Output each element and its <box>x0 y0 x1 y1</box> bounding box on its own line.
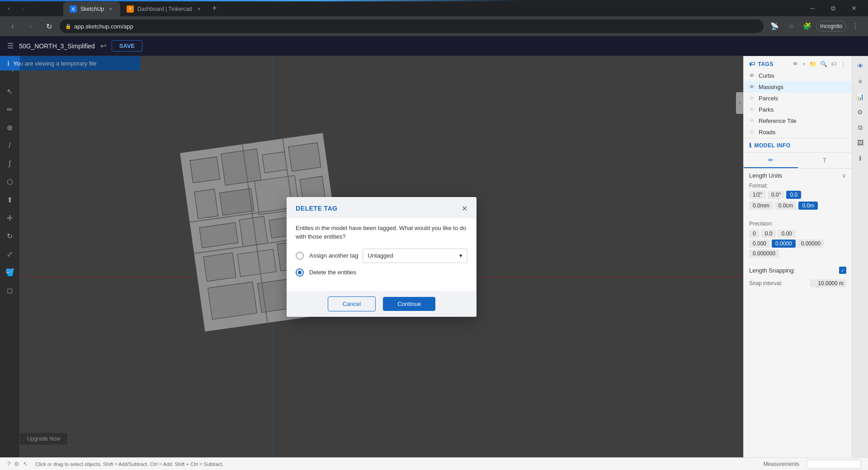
eraser-tool[interactable]: ◻ <box>2 282 18 298</box>
precision-001[interactable]: 0.00 <box>778 230 795 238</box>
format-values: 1/2" 0.0° 0.0 <box>749 191 846 199</box>
tab-tinkercad[interactable]: T Dashboard | Tinkercad ✕ <box>120 2 208 16</box>
pointer-icon[interactable]: ↖ <box>23 461 28 467</box>
delete-entities-row: Delete the entities <box>296 268 467 277</box>
tags-more-icon[interactable]: ⋮ <box>840 61 846 67</box>
line-tool[interactable]: / <box>2 137 18 154</box>
close-button[interactable]: ✕ <box>844 0 864 16</box>
far-right-image-icon[interactable]: 🖼 <box>854 136 867 149</box>
tag-dropdown[interactable]: Untagged ▾ <box>363 249 467 263</box>
precision-section: Precision: 0 0.0 0.00 0.000 0.0000 0.000… <box>744 217 852 263</box>
assign-tag-row: Assign another tag Untagged ▾ <box>296 249 467 263</box>
scale-tool[interactable]: ⤢ <box>2 246 18 262</box>
unit-m[interactable]: 0.0m <box>798 202 818 210</box>
arc-tool[interactable]: ∫ <box>2 155 18 172</box>
canvas-area[interactable]: DELETE TAG ✕ Entites in the model have b… <box>20 56 743 457</box>
dialog-close-button[interactable]: ✕ <box>462 204 467 213</box>
right-panel: 🏷 TAGS 👁 + 📁 🔍 🏷 ⋮ <box>743 56 852 457</box>
tags-search-icon[interactable]: 🔍 <box>820 61 827 67</box>
far-right-layers-icon[interactable]: ⧉ <box>854 121 867 134</box>
roads-visibility-icon[interactable]: 👁 <box>749 129 755 136</box>
snap-interval-input[interactable] <box>810 279 846 287</box>
dialog-header: DELETE TAG ✕ <box>287 197 476 218</box>
extensions-icon[interactable]: 🧩 <box>800 19 814 33</box>
parcels-visibility-icon[interactable]: 👁 <box>749 95 755 102</box>
precision-000001[interactable]: 0.00000 <box>797 240 824 248</box>
paint-tool[interactable]: 🪣 <box>2 264 18 280</box>
tag-row-parcels[interactable]: 👁 Parcels <box>744 93 852 104</box>
orbit-tool[interactable]: ⊕ <box>2 119 18 136</box>
menu-icon[interactable]: ⋮ <box>848 19 863 33</box>
pencil-tool[interactable]: ✏ <box>2 101 18 118</box>
tags-panel-icons: 👁 + 📁 🔍 🏷 ⋮ <box>793 61 846 67</box>
tags-eye-icon[interactable]: 👁 <box>793 61 798 67</box>
precision-00001[interactable]: 0.0000 <box>772 240 796 248</box>
far-right-stats-icon[interactable]: 📊 <box>854 90 867 103</box>
close-sketchup-tab[interactable]: ✕ <box>108 6 114 12</box>
hamburger-menu[interactable]: ☰ <box>7 42 14 50</box>
format-decimal[interactable]: 0.0 <box>786 191 801 199</box>
precision-0000001[interactable]: 0.000000 <box>749 249 779 258</box>
close-tinkercad-tab[interactable]: ✕ <box>196 6 202 12</box>
new-tab-button[interactable]: + <box>208 2 221 14</box>
nav-forward-toolbar[interactable]: › <box>24 19 38 33</box>
select-tool[interactable]: ↖ <box>2 83 18 99</box>
precision-0[interactable]: 0 <box>749 230 760 238</box>
continue-button[interactable]: Continue <box>383 297 435 311</box>
save-button[interactable]: SAVE <box>112 40 142 52</box>
precision-0001[interactable]: 0.000 <box>749 240 770 248</box>
nav-back[interactable]: ‹ <box>4 1 14 15</box>
format-degrees[interactable]: 0.0° <box>768 191 784 199</box>
shape-tool[interactable]: ⬡ <box>2 174 18 190</box>
bottom-icons: ? ⚙ ↖ <box>7 461 28 467</box>
tags-folder-icon[interactable]: 📁 <box>809 61 816 67</box>
dropdown-icon: ▾ <box>459 252 462 259</box>
model-info-header: ℹ MODEL INFO <box>744 138 852 153</box>
far-right-list-icon[interactable]: ≡ <box>854 75 867 88</box>
format-fractional[interactable]: 1/2" <box>749 191 766 199</box>
tags-tag-icon[interactable]: 🏷 <box>831 61 837 67</box>
length-units-expand[interactable]: ∨ <box>842 172 846 179</box>
tag-row-parks[interactable]: 👁 Parks <box>744 104 852 115</box>
undo-button[interactable]: ↩ <box>100 42 106 50</box>
tag-row-roads[interactable]: 👁 Roads <box>744 127 852 138</box>
curbs-visibility-icon[interactable]: 👁 <box>749 72 755 79</box>
tags-add-icon[interactable]: + <box>802 61 806 67</box>
tab-pencil[interactable]: ✏ <box>744 153 798 168</box>
restore-button[interactable]: ⧉ <box>823 0 844 16</box>
assign-tag-radio[interactable] <box>296 252 304 260</box>
far-right-eye-icon[interactable]: 👁 <box>854 60 867 72</box>
unit-cm[interactable]: 0.0cm <box>775 202 797 210</box>
tab-text[interactable]: T <box>798 153 852 168</box>
minimize-button[interactable]: ─ <box>802 0 823 16</box>
settings-icon[interactable]: ⚙ <box>14 461 19 467</box>
tag-row-reference-tile[interactable]: 👁 Reference Tile <box>744 115 852 127</box>
delete-entities-radio[interactable] <box>296 268 304 277</box>
far-right-info-icon[interactable]: ℹ <box>854 152 867 164</box>
tags-title-text: TAGS <box>758 61 774 67</box>
rotate-tool[interactable]: ↻ <box>2 228 18 244</box>
unit-mm[interactable]: 0.0mm <box>749 202 773 210</box>
reload-button[interactable]: ↻ <box>42 19 56 33</box>
far-right-gear-icon[interactable]: ⚙ <box>854 106 867 118</box>
profile-button[interactable]: Incognito <box>816 21 846 32</box>
nav-forward[interactable]: › <box>17 1 28 15</box>
tab-sketchup[interactable]: S SketchUp ✕ <box>63 2 120 16</box>
push-pull-tool[interactable]: ⬆ <box>2 192 18 208</box>
cancel-button[interactable]: Cancel <box>328 296 376 311</box>
tag-row-massings[interactable]: 👁 Massings <box>744 81 852 93</box>
precision-01[interactable]: 0.0 <box>761 230 776 238</box>
bookmark-icon[interactable]: ☆ <box>783 19 798 33</box>
address-bar[interactable]: 🔒 app.sketchup.com/app <box>60 19 764 33</box>
reference-tile-visibility-icon[interactable]: 👁 <box>749 118 755 124</box>
model-info-content: Length Units ∨ Format: 1/2" 0.0° 0.0 <box>744 169 852 217</box>
tag-row-curbs[interactable]: 👁 Curbs <box>744 70 852 81</box>
move-tool[interactable]: ✛ <box>2 210 18 226</box>
nav-back-toolbar[interactable]: ‹ <box>5 19 20 33</box>
measurements-input[interactable] <box>807 460 861 469</box>
snapping-checkbox[interactable]: ✓ <box>839 267 846 274</box>
help-icon[interactable]: ? <box>7 461 10 467</box>
parks-visibility-icon[interactable]: 👁 <box>749 106 755 113</box>
massings-visibility-icon[interactable]: 👁 <box>749 84 755 90</box>
cast-icon[interactable]: 📡 <box>767 19 782 33</box>
